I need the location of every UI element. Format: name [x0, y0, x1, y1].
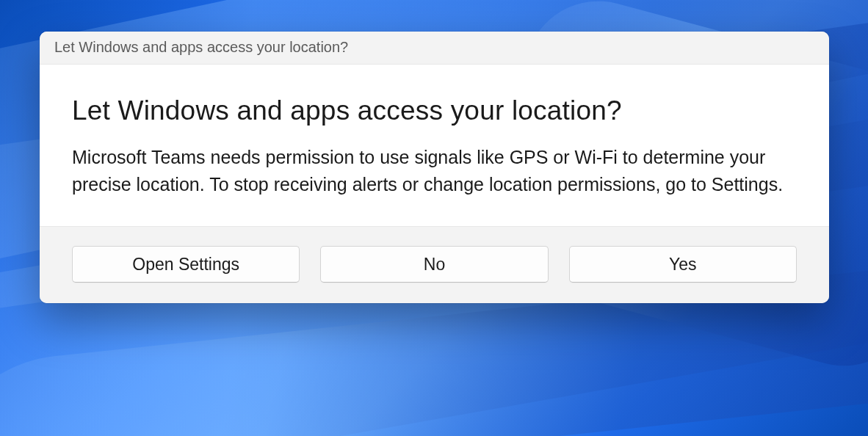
- dialog-titlebar[interactable]: Let Windows and apps access your locatio…: [40, 32, 829, 65]
- yes-button[interactable]: Yes: [569, 246, 797, 283]
- open-settings-button[interactable]: Open Settings: [72, 246, 300, 283]
- dialog-button-bar: Open Settings No Yes: [40, 226, 829, 303]
- no-button[interactable]: No: [320, 246, 548, 283]
- location-permission-dialog: Let Windows and apps access your locatio…: [40, 32, 829, 303]
- dialog-content: Let Windows and apps access your locatio…: [40, 65, 829, 226]
- dialog-titlebar-text: Let Windows and apps access your locatio…: [54, 39, 814, 56]
- dialog-body-text: Microsoft Teams needs permission to use …: [72, 144, 797, 198]
- dialog-heading: Let Windows and apps access your locatio…: [72, 95, 797, 126]
